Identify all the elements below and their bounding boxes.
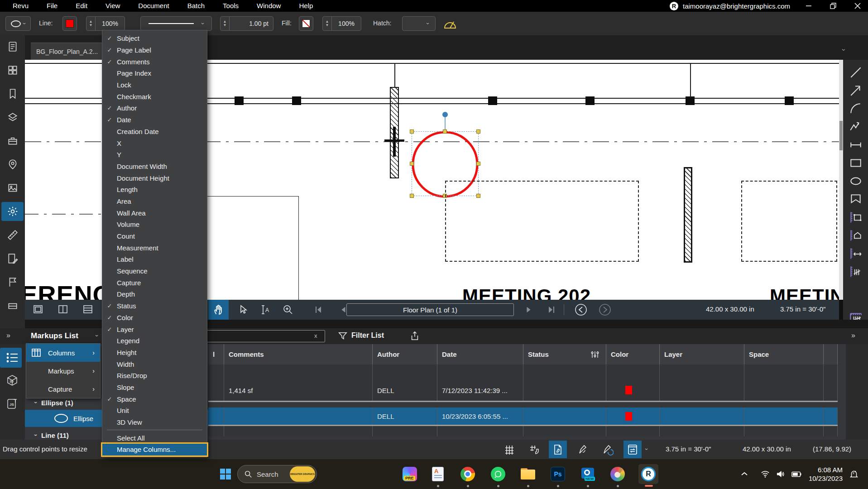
table-cell[interactable]: [208, 408, 224, 425]
menu-item-status[interactable]: ✓Status: [102, 300, 207, 312]
menu-item-slope[interactable]: Slope: [102, 382, 207, 393]
panel-title-chevron-icon[interactable]: ›: [94, 335, 101, 336]
table-cell[interactable]: DELL: [373, 364, 437, 401]
menu-columns[interactable]: Columns›: [26, 344, 100, 362]
menu-tools[interactable]: Tools: [214, 0, 248, 12]
menu-item-y[interactable]: Y: [102, 149, 207, 161]
app-paint-icon[interactable]: [609, 465, 627, 483]
links-icon[interactable]: [7, 182, 19, 194]
resize-handle[interactable]: [476, 162, 480, 166]
menu-item-author[interactable]: ✓Author: [102, 102, 207, 114]
menu-item-legend[interactable]: Legend: [102, 335, 207, 347]
menu-item-height[interactable]: Height: [102, 347, 207, 359]
col-comments[interactable]: Comments: [224, 344, 373, 364]
shape-tool-dropdown[interactable]: ›: [5, 16, 31, 31]
forms-icon[interactable]: [7, 253, 19, 264]
menu-item-x[interactable]: X: [102, 137, 207, 149]
eraser-icon[interactable]: [7, 300, 19, 312]
next-view-button[interactable]: [595, 300, 615, 320]
tab-list-chevron-icon[interactable]: ›: [841, 49, 848, 51]
snap-to-markup-icon[interactable]: [574, 441, 592, 458]
app-chrome-icon[interactable]: [459, 465, 477, 483]
line-width-control[interactable]: ▲▼ 1.00 pt: [220, 16, 273, 31]
rotation-handle[interactable]: [442, 112, 448, 117]
spaces-icon[interactable]: [7, 158, 19, 170]
table-cell[interactable]: [660, 408, 744, 425]
split-vertical-icon[interactable]: [57, 303, 70, 316]
canvas-scrollbar[interactable]: [839, 60, 843, 300]
arrow-tool-icon[interactable]: [849, 84, 863, 97]
menu-item-wall-area[interactable]: Wall Area: [102, 207, 207, 219]
col-status[interactable]: Status: [523, 344, 606, 364]
table-cell[interactable]: [523, 364, 606, 401]
menu-item-select-all[interactable]: Select All: [102, 432, 207, 444]
app-file-explorer-icon[interactable]: [519, 465, 537, 483]
layers-icon[interactable]: [7, 111, 19, 123]
zoom-tool-button[interactable]: [278, 300, 298, 320]
line-style-dropdown[interactable]: ›: [140, 16, 212, 31]
table-cell[interactable]: [523, 408, 606, 425]
menu-document[interactable]: Document: [129, 0, 178, 12]
menu-item-capture[interactable]: Capture: [102, 277, 207, 288]
menu-item-depth[interactable]: Depth: [102, 288, 207, 300]
sync-views-icon[interactable]: [623, 441, 642, 458]
first-page-button[interactable]: [308, 300, 328, 320]
ellipse-tool-icon[interactable]: [849, 174, 863, 188]
color-swatch[interactable]: [625, 412, 632, 421]
menu-item-page-index[interactable]: Page Index: [102, 67, 207, 79]
close-button[interactable]: [851, 0, 864, 11]
panel-title[interactable]: Markups List: [31, 331, 78, 340]
table-cell[interactable]: [744, 408, 824, 425]
tool-chest-icon[interactable]: [7, 135, 19, 147]
markups-list-icon[interactable]: [6, 352, 19, 364]
resize-handle[interactable]: [410, 129, 414, 134]
width-spinner[interactable]: ▲▼: [221, 17, 230, 30]
menu-batch[interactable]: Batch: [178, 0, 214, 12]
hatch-dropdown[interactable]: ›: [402, 16, 436, 31]
app-photoshop-icon[interactable]: Ps: [549, 465, 567, 483]
3d-model-icon[interactable]: 3D: [6, 374, 19, 387]
snap-to-content-icon[interactable]: [549, 441, 567, 458]
status-options-chevron-icon[interactable]: ›: [643, 448, 650, 450]
expand-panel-icon[interactable]: »: [851, 331, 854, 340]
menu-item-length[interactable]: Length: [102, 184, 207, 196]
split-horizontal-icon[interactable]: [82, 303, 95, 316]
rectangle-tool-icon[interactable]: [849, 156, 863, 170]
menu-item-lock[interactable]: Lock: [102, 79, 207, 91]
line-opacity-control[interactable]: ▲▼ 100%: [86, 16, 125, 31]
menu-item-checkmark[interactable]: Checkmark: [102, 91, 207, 102]
account-email[interactable]: taimoorayaz@brightergraphics.com: [683, 2, 790, 10]
menu-item-date[interactable]: ✓Date: [102, 114, 207, 126]
table-cell[interactable]: 7/12/2023 11:42:39 ...: [437, 364, 523, 401]
table-cell[interactable]: [824, 364, 838, 401]
settings-gear-icon[interactable]: [7, 206, 19, 217]
polygon-tool-icon[interactable]: [849, 192, 863, 206]
app-outlook-icon[interactable]: NEW: [579, 465, 597, 483]
signatures-icon[interactable]: [7, 276, 19, 288]
menu-item-document-width[interactable]: Document Width: [102, 161, 207, 173]
measure-count-icon[interactable]: [849, 265, 863, 278]
table-cell[interactable]: [606, 408, 660, 425]
resize-handle[interactable]: [410, 162, 414, 166]
menu-item-volume[interactable]: Volume: [102, 219, 207, 230]
menu-edit[interactable]: Edit: [67, 0, 96, 12]
markup-row-selected[interactable]: DELL10/23/2023 6:05:55 ...: [208, 408, 838, 425]
menu-item-creation-date[interactable]: Creation Date: [102, 126, 207, 138]
table-cell[interactable]: [660, 364, 744, 401]
resize-handle[interactable]: [410, 194, 414, 198]
bookmarks-icon[interactable]: [7, 88, 19, 100]
menu-item-comments[interactable]: ✓Comments: [102, 56, 207, 67]
dimension-tool-icon[interactable]: [849, 138, 863, 152]
menu-item-area[interactable]: Area: [102, 196, 207, 207]
notifications-bell-icon[interactable]: zz: [849, 469, 859, 479]
app-whatsapp-icon[interactable]: [489, 465, 507, 483]
restore-button[interactable]: [826, 0, 840, 11]
menu-item-3d-view[interactable]: 3D View: [102, 417, 207, 428]
menu-item-layer[interactable]: ✓Layer: [102, 323, 207, 335]
app-premiere-icon[interactable]: PRE: [401, 465, 419, 483]
table-cell[interactable]: [824, 408, 838, 425]
menu-item-unit[interactable]: Unit: [102, 405, 207, 417]
last-page-button[interactable]: [541, 300, 561, 320]
next-page-button[interactable]: [518, 300, 539, 320]
line-color-swatch[interactable]: [62, 16, 77, 31]
